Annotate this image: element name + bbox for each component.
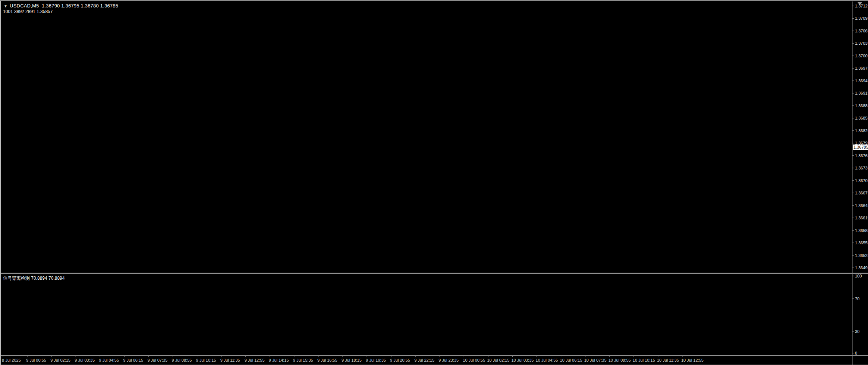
time-tick-label: 10 Jul 08:55 <box>608 358 631 362</box>
time-tick-label: 9 Jul 22:15 <box>414 358 434 362</box>
price-tick-label: 1.36675 <box>855 191 868 195</box>
osc-tick-label: 70 <box>855 296 859 301</box>
chart-background <box>0 1 868 365</box>
price-tick-label: 1.37005 <box>855 54 868 58</box>
ohlc-quote: 1.36790 1.36795 1.36780 1.36785 <box>42 3 118 9</box>
time-tick-label: 9 Jul 08:55 <box>172 358 192 362</box>
time-tick-label: 9 Jul 00:55 <box>26 358 46 362</box>
time-tick-label: 9 Jul 18:15 <box>342 358 362 362</box>
price-tick-label: 1.36885 <box>855 104 868 108</box>
price-tick-label: 1.36555 <box>855 241 868 245</box>
time-tick-label: 9 Jul 07:35 <box>147 358 167 362</box>
price-tick-label: 1.36645 <box>855 203 868 208</box>
price-tick-label: 1.36735 <box>855 166 868 170</box>
time-axis-separator <box>0 355 868 356</box>
price-tick-label: 1.36825 <box>855 128 868 133</box>
time-tick-label: 10 Jul 02:15 <box>487 358 509 362</box>
time-tick-label: 9 Jul 20:55 <box>390 358 410 362</box>
time-tick-label: 9 Jul 12:55 <box>245 358 265 362</box>
price-tick-label: 1.36945 <box>855 79 868 83</box>
time-tick-label: 9 Jul 23:35 <box>438 358 459 362</box>
symbol-title: USDCAD,M5 <box>10 3 39 9</box>
time-tick-label: 9 Jul 19:35 <box>366 358 386 362</box>
pane-separator[interactable] <box>0 273 868 274</box>
price-tick-label: 1.36975 <box>855 66 868 70</box>
time-tick-label: 10 Jul 11:35 <box>657 358 679 362</box>
time-tick-label: 9 Jul 06:15 <box>123 358 143 362</box>
time-tick-label: 10 Jul 12:55 <box>681 358 704 362</box>
price-tick-label: 1.37095 <box>855 16 868 20</box>
price-tick-label: 1.36525 <box>855 253 868 258</box>
time-tick-label: 9 Jul 11:35 <box>220 358 240 362</box>
price-tick-label: 1.37125 <box>855 4 868 8</box>
price-tick-label: 1.36855 <box>855 116 868 120</box>
indicator-values-line: 1001 3892 2891 1.35857 <box>3 9 53 14</box>
time-tick-label: 8 Jul 2025 <box>2 358 21 362</box>
subwindow-header: 信号背离检测 70.8894 70.8894 <box>3 275 65 282</box>
time-tick-label: 10 Jul 07:35 <box>584 358 607 362</box>
subwindow-value-2: 70.8894 <box>48 276 65 281</box>
subwindow-value-1: 70.8894 <box>31 276 47 281</box>
time-tick-label: 10 Jul 10:15 <box>633 358 655 362</box>
price-tick-label: 1.36495 <box>855 266 868 270</box>
price-tick-label: 1.37035 <box>855 41 868 45</box>
symbol-dropdown-icon[interactable]: ▼ <box>4 4 7 8</box>
price-tick-label: 1.36585 <box>855 228 868 233</box>
price-tick-label: 1.36705 <box>855 178 868 183</box>
subwindow-indicator-name: 信号背离检测 <box>3 276 30 281</box>
osc-tick-label: 100 <box>855 274 862 278</box>
axes-layer: 1.371251.370951.370651.370351.370051.369… <box>0 1 868 365</box>
time-tick-label: 9 Jul 14:15 <box>269 358 289 362</box>
price-tick-label: 1.37065 <box>855 29 868 33</box>
time-tick-label: 10 Jul 00:55 <box>463 358 485 362</box>
mt4-chart-window: 1.371251.370951.370651.370351.370051.369… <box>0 0 868 365</box>
time-tick-label: 10 Jul 06:15 <box>560 358 582 362</box>
time-tick-label: 9 Jul 03:35 <box>75 358 95 362</box>
chart-header: ▼USDCAD,M5 1.36790 1.36795 1.36780 1.367… <box>4 3 118 9</box>
price-tick-label: 1.36915 <box>855 91 868 95</box>
window-frame-left <box>0 1 1 365</box>
chart-canvas[interactable]: 1.371251.370951.370651.370351.370051.369… <box>0 1 868 365</box>
time-tick-label: 9 Jul 10:15 <box>196 358 216 362</box>
price-tick-label: 1.36765 <box>855 153 868 158</box>
price-tick-label: 1.36615 <box>855 216 868 220</box>
current-price-tag: 1.36785 <box>853 145 868 150</box>
time-tick-label: 9 Jul 02:15 <box>50 358 70 362</box>
osc-tick-label: 0 <box>855 351 857 355</box>
time-tick-label: 10 Jul 04:55 <box>536 358 558 362</box>
osc-tick-label: 30 <box>855 329 859 334</box>
time-tick-label: 10 Jul 03:35 <box>511 358 534 362</box>
time-tick-label: 9 Jul 15:35 <box>293 358 313 362</box>
time-tick-label: 9 Jul 16:55 <box>317 358 337 362</box>
time-tick-label: 9 Jul 04:55 <box>99 358 119 362</box>
